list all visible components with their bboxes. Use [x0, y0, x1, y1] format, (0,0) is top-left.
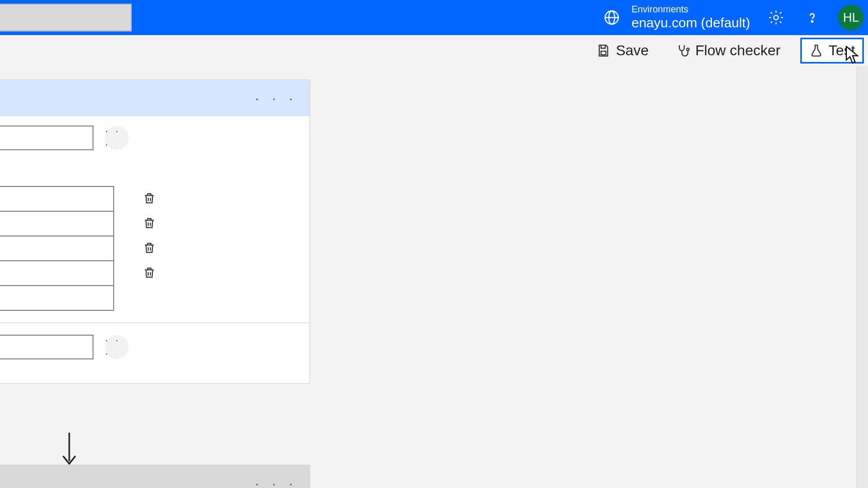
field-row-message: · · · [0, 335, 294, 359]
svg-point-4 [812, 21, 813, 22]
save-icon [596, 43, 611, 58]
save-label: Save [616, 42, 649, 59]
option-input[interactable] [0, 261, 113, 285]
gear-icon [768, 9, 784, 26]
field-menu-button[interactable]: · · · [105, 126, 129, 150]
test-button[interactable]: Test [800, 38, 864, 64]
card-header: · · · [0, 80, 309, 116]
svg-point-3 [774, 15, 779, 20]
card-header: · · · [0, 465, 309, 488]
delete-option-button[interactable] [137, 186, 162, 211]
flow-checker-button[interactable]: Flow checker [669, 39, 788, 62]
delivery-method-input[interactable] [0, 125, 94, 150]
divider [0, 322, 309, 323]
option-row [0, 286, 113, 310]
flow-checker-label: Flow checker [695, 42, 781, 59]
field-menu-button[interactable]: · · · [105, 335, 129, 359]
card-menu-button[interactable]: · · · [255, 89, 297, 107]
vertical-scrollbar[interactable] [857, 66, 868, 488]
options-label: s [0, 165, 294, 181]
trash-icon [143, 216, 156, 230]
globe-icon [601, 7, 622, 28]
option-input[interactable] [0, 187, 113, 211]
trash-icon [143, 192, 156, 205]
search-input[interactable]: ources [0, 4, 132, 32]
svg-rect-5 [601, 51, 606, 55]
option-input[interactable] [0, 212, 113, 235]
trash-icon [143, 241, 156, 255]
settings-button[interactable] [766, 7, 786, 28]
options-block [0, 186, 294, 311]
card-menu-button[interactable]: · · · [255, 475, 297, 488]
test-label: Test [829, 42, 855, 59]
action-bar: Save Flow checker Test [0, 35, 868, 66]
environment-switcher[interactable]: Environments enayu.com (default) [601, 4, 750, 31]
option-list [0, 186, 114, 311]
delete-option-button[interactable] [137, 235, 162, 260]
flow-arrow-icon [59, 433, 80, 469]
flow-step-card[interactable]: · · · [0, 465, 310, 488]
delete-column [131, 186, 162, 285]
avatar-initials: HL [843, 10, 859, 25]
option-input[interactable] [0, 237, 113, 260]
card-body: · · · s [0, 116, 309, 383]
flask-icon [809, 43, 824, 58]
option-row [0, 237, 113, 261]
stethoscope-icon [676, 43, 690, 58]
option-row [0, 261, 113, 286]
trash-icon [143, 266, 156, 279]
option-input[interactable] [0, 286, 113, 310]
environment-label: Environments [631, 4, 750, 15]
flow-step-card[interactable]: · · · · · · s [0, 80, 310, 384]
help-button[interactable] [802, 7, 823, 28]
svg-point-6 [687, 48, 689, 51]
delete-option-button[interactable] [137, 260, 162, 285]
field-row-delivery: · · · [0, 125, 294, 150]
option-row [0, 212, 113, 237]
environment-text: Environments enayu.com (default) [631, 4, 750, 31]
save-button[interactable]: Save [589, 39, 656, 62]
top-header: ources Environments enayu.com (default) [0, 0, 868, 35]
flow-canvas[interactable]: · · · · · · s [0, 66, 868, 488]
option-row [0, 187, 113, 212]
environment-value: enayu.com (default) [631, 15, 750, 31]
user-avatar[interactable]: HL [838, 5, 864, 30]
delete-option-button[interactable] [137, 211, 162, 235]
message-input[interactable] [0, 335, 94, 359]
question-icon [804, 10, 820, 25]
header-right: Environments enayu.com (default) HL [601, 4, 864, 31]
